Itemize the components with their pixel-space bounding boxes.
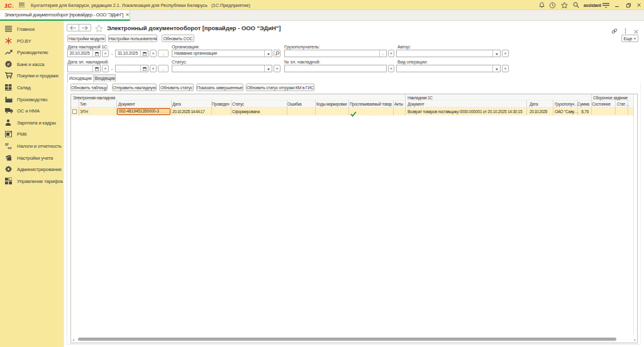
svg-text:ху: ху: [8, 146, 12, 150]
svg-text:₽: ₽: [7, 62, 10, 66]
